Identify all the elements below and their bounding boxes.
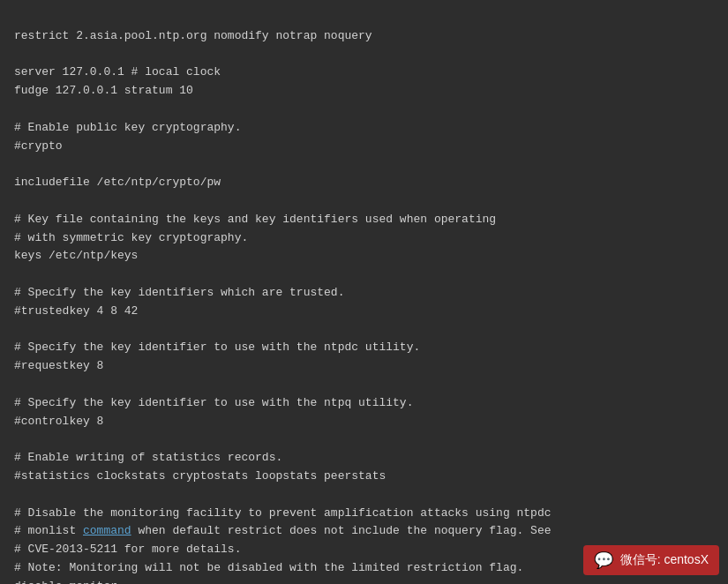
code-line: # Disable the monitoring facility to pre… [14, 505, 714, 523]
code-line: # Enable public key cryptography. [14, 119, 714, 138]
code-line: includefile /etc/ntp/crypto/pw [14, 174, 714, 192]
watermark-label: 微信号: centosX [620, 552, 709, 568]
code-line: # Key file containing the keys and key i… [14, 211, 714, 229]
code-line: # Specify the key identifier to use with… [14, 394, 714, 413]
code-line: #trustedkey 4 8 42 [14, 303, 714, 321]
command-link[interactable]: command [83, 524, 131, 537]
code-line: server 127.0.0.1 # local clock [14, 64, 714, 82]
code-line: #controlkey 8 [14, 413, 714, 431]
code-line: fudge 127.0.0.1 stratum 10 [14, 82, 714, 101]
code-line: #crypto [14, 138, 714, 156]
empty-line [14, 101, 714, 119]
code-line: # Specify the key identifiers which are … [14, 284, 714, 303]
code-line: #requestkey 8 [14, 357, 714, 376]
empty-line [14, 266, 714, 284]
code-line: # with symmetric key cryptography. [14, 229, 714, 248]
empty-line [14, 376, 714, 394]
code-line: # Specify the key identifier to use with… [14, 339, 714, 357]
empty-line [14, 486, 714, 505]
code-line: #statistics clockstats cryptostats loops… [14, 468, 714, 486]
code-line: # Enable writing of statistics records. [14, 449, 714, 468]
code-line: keys /etc/ntp/keys [14, 247, 714, 266]
empty-line [14, 431, 714, 449]
code-line: # monlist command when default restrict … [14, 522, 714, 541]
empty-line [14, 192, 714, 211]
wechat-icon: 💬 [594, 550, 613, 570]
empty-line [14, 321, 714, 340]
empty-line [14, 155, 714, 174]
empty-line [14, 46, 714, 64]
watermark-badge: 💬 微信号: centosX [583, 545, 719, 575]
code-line: disable monitor [14, 578, 714, 584]
code-block: restrict 2.asia.pool.ntp.org nomodify no… [0, 0, 728, 584]
code-line: restrict 2.asia.pool.ntp.org nomodify no… [14, 27, 714, 46]
